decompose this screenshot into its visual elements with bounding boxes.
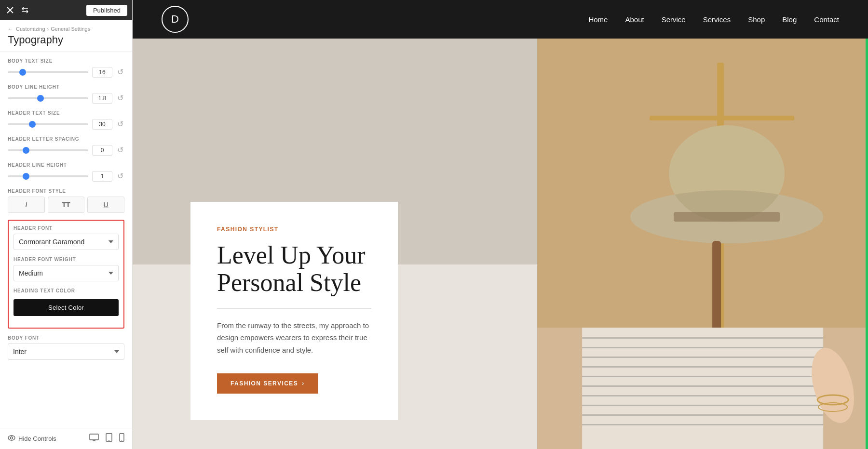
body-text-size-group: BODY TEXT SIZE ↺ xyxy=(8,58,124,78)
svg-rect-26 xyxy=(582,385,823,387)
nav-shop[interactable]: Shop xyxy=(748,15,765,24)
fashion-label: FASHION STYLIST xyxy=(217,226,371,233)
hero-title-line2: Personal Style xyxy=(217,269,361,296)
body-font-label: BODY FONT xyxy=(8,335,124,341)
body-line-height-reset[interactable]: ↺ xyxy=(116,92,124,104)
italic-button[interactable]: I xyxy=(8,197,45,213)
model-image xyxy=(537,39,868,449)
header-line-height-group: HEADER LINE HEIGHT ↺ xyxy=(8,162,124,182)
header-text-size-reset[interactable]: ↺ xyxy=(116,119,124,130)
nav-blog[interactable]: Blog xyxy=(782,15,797,24)
header-font-style-group: HEADER FONT STYLE I TT U xyxy=(8,188,124,213)
body-line-height-slider[interactable] xyxy=(8,97,88,99)
header-font-weight-select[interactable]: Medium Light Regular Bold xyxy=(14,265,119,281)
svg-rect-28 xyxy=(582,405,823,406)
breadcrumb-sep: › xyxy=(47,26,49,32)
header-font-style-label: HEADER FONT STYLE xyxy=(8,188,124,194)
hide-controls-label: Hide Controls xyxy=(18,435,56,442)
breadcrumb-part2: General Settings xyxy=(51,26,90,32)
svg-rect-14 xyxy=(650,116,794,120)
eye-icon xyxy=(8,435,15,442)
nav-home[interactable]: Home xyxy=(588,15,608,24)
hero-content-card: FASHION STYLIST Level Up Your Personal S… xyxy=(190,202,398,420)
logo-letter: D xyxy=(171,13,179,26)
heading-text-color-group: HEADING TEXT COLOR Select Color xyxy=(14,288,119,316)
svg-rect-21 xyxy=(582,337,823,339)
nav-service[interactable]: Service xyxy=(662,15,686,24)
svg-rect-29 xyxy=(582,414,823,416)
header-text-size-label: HEADER TEXT SIZE xyxy=(8,110,124,116)
hero-section: FASHION STYLIST Level Up Your Personal S… xyxy=(133,39,868,449)
svg-rect-18 xyxy=(674,212,780,222)
body-text-size-row: ↺ xyxy=(8,66,124,78)
body-line-height-input[interactable] xyxy=(92,93,112,104)
header-line-height-reset[interactable]: ↺ xyxy=(116,171,124,182)
svg-rect-22 xyxy=(582,347,823,348)
body-text-size-reset[interactable]: ↺ xyxy=(116,66,124,78)
bold-button[interactable]: TT xyxy=(48,197,85,213)
body-line-height-label: BODY LINE HEIGHT xyxy=(8,84,124,90)
close-button[interactable] xyxy=(5,5,15,15)
body-font-select[interactable]: Inter Arial Helvetica Roboto xyxy=(8,343,124,360)
header-letter-spacing-group: HEADER LETTER SPACING ↺ xyxy=(8,136,124,156)
hero-title: Level Up Your Personal Style xyxy=(217,241,371,296)
nav-about[interactable]: About xyxy=(625,15,644,24)
nav-services[interactable]: Services xyxy=(703,15,731,24)
published-button[interactable]: Published xyxy=(86,5,127,16)
header-font-label: HEADER FONT xyxy=(14,225,119,231)
header-letter-spacing-input[interactable] xyxy=(92,145,112,156)
svg-point-8 xyxy=(108,440,109,441)
header-letter-spacing-row: ↺ xyxy=(8,145,124,156)
header-text-size-group: HEADER TEXT SIZE ↺ xyxy=(8,110,124,130)
header-text-size-slider[interactable] xyxy=(8,123,88,125)
select-color-button[interactable]: Select Color xyxy=(14,299,119,316)
header-letter-spacing-slider[interactable] xyxy=(8,149,88,151)
font-style-buttons: I TT U xyxy=(8,197,124,213)
svg-rect-24 xyxy=(582,366,823,368)
svg-rect-20 xyxy=(582,328,823,449)
swap-button[interactable] xyxy=(19,4,31,16)
hero-left: FASHION STYLIST Level Up Your Personal S… xyxy=(133,39,537,449)
panel-footer: Hide Controls xyxy=(0,428,132,449)
panel-body: BODY TEXT SIZE ↺ BODY LINE HEIGHT ↺ HEAD… xyxy=(0,52,132,428)
panel-header: Published xyxy=(0,0,132,20)
body-line-height-group: BODY LINE HEIGHT ↺ xyxy=(8,84,124,104)
heading-text-color-label: HEADING TEXT COLOR xyxy=(14,288,119,293)
svg-point-2 xyxy=(8,436,15,440)
header-line-height-label: HEADER LINE HEIGHT xyxy=(8,162,124,168)
svg-point-10 xyxy=(122,440,122,441)
svg-rect-27 xyxy=(582,395,823,396)
back-arrow-icon[interactable]: ← xyxy=(8,26,13,32)
hide-controls-button[interactable]: Hide Controls xyxy=(8,435,56,442)
site-logo: D xyxy=(162,6,189,33)
tablet-view-button[interactable] xyxy=(106,433,112,444)
svg-rect-30 xyxy=(582,424,823,425)
hero-title-line1: Level Up Your xyxy=(217,241,366,269)
header-font-select[interactable]: Cormorant Garamond Georgia Times New Rom… xyxy=(14,234,119,250)
panel-header-left xyxy=(5,4,31,16)
header-letter-spacing-label: HEADER LETTER SPACING xyxy=(8,136,124,142)
website-preview: D Home About Service Services Shop Blog … xyxy=(133,0,868,449)
hero-cta-label: FASHION SERVICES xyxy=(231,380,298,387)
mobile-view-button[interactable] xyxy=(119,433,124,444)
svg-rect-23 xyxy=(582,357,823,358)
header-line-height-input[interactable] xyxy=(92,171,112,182)
body-text-size-input[interactable] xyxy=(92,67,112,78)
hero-cta-button[interactable]: FASHION SERVICES › xyxy=(217,373,318,394)
body-line-height-row: ↺ xyxy=(8,92,124,104)
desktop-view-button[interactable] xyxy=(89,433,99,444)
body-text-size-label: BODY TEXT SIZE xyxy=(8,58,124,64)
nav-contact[interactable]: Contact xyxy=(814,15,839,24)
hero-description: From the runway to the streets, my appro… xyxy=(217,319,371,357)
green-edge-indicator xyxy=(866,39,868,449)
body-text-size-slider[interactable] xyxy=(8,71,88,73)
svg-rect-25 xyxy=(582,376,823,377)
header-font-weight-group: HEADER FONT WEIGHT Medium Light Regular … xyxy=(14,257,119,281)
underline-button[interactable]: U xyxy=(87,197,124,213)
header-text-size-input[interactable] xyxy=(92,119,112,130)
header-line-height-slider[interactable] xyxy=(8,175,88,177)
svg-rect-4 xyxy=(90,434,98,440)
header-text-size-row: ↺ xyxy=(8,119,124,130)
header-letter-spacing-reset[interactable]: ↺ xyxy=(116,145,124,156)
left-panel: Published ← Customizing › General Settin… xyxy=(0,0,133,449)
